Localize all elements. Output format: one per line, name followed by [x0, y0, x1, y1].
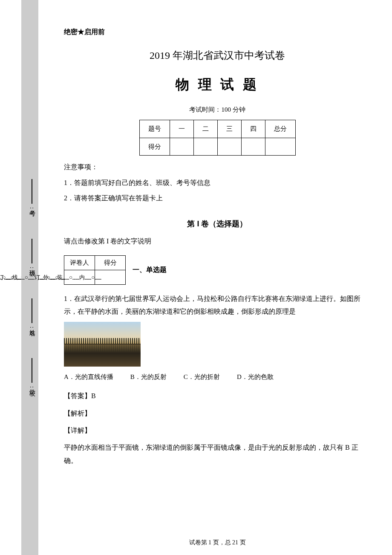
section-1-instruction: 请点击修改第 I 卷的文字说明	[64, 235, 371, 248]
page-content: 绝密★启用前 2019 年湖北省武汉市中考试卷 物 理 试 题 考试时间：100…	[64, 26, 371, 467]
score-header-score: 得分	[139, 138, 170, 156]
class-label: 班级:	[28, 265, 36, 269]
notice-2: 2．请将答案正确填写在答题卡上	[64, 192, 371, 205]
analysis-label: 【解析】	[64, 407, 371, 420]
inner-binding-margin: …… ○ …… 内 …… ○ …… 装 …… ○ …… 订 …… ○ …… 线 …	[43, 0, 55, 555]
answer-row: 【答案】B	[64, 390, 371, 402]
name-label: 姓名:	[28, 325, 36, 329]
subject-title: 物 理 试 题	[64, 72, 371, 98]
school-label: 学校:	[28, 384, 36, 389]
explanation-text: 平静的水面相当于平面镜，东湖绿道的倒影属于平面镜成像，是由于光的反射形成的，故只…	[64, 441, 371, 467]
notice-heading: 注意事项：	[64, 161, 371, 173]
page-footer: 试卷第 1 页，总 21 页	[64, 539, 371, 546]
score-table: 题号 一 二 三 四 总分 得分	[139, 120, 296, 156]
question-1-image	[64, 322, 141, 367]
question-1-options: A．光的直线传播 B．光的反射 C．光的折射 D．光的色散	[64, 371, 371, 383]
grader-table: 评卷人 得分	[64, 255, 126, 285]
option-c: C．光的折射	[184, 371, 220, 383]
score-header-num: 题号	[139, 120, 170, 138]
exam-time: 考试时间：100 分钟	[64, 104, 371, 116]
option-d: D．光的色散	[237, 371, 274, 383]
notice-1: 1．答题前填写好自己的姓名、班级、考号等信息	[64, 176, 371, 189]
exam-title: 2019 年湖北省武汉市中考试卷	[64, 46, 371, 66]
option-a: A．光的直线传播	[64, 371, 113, 383]
section-1-title: 第 I 卷（选择题）	[64, 217, 371, 231]
secret-label: 绝密★启用前	[64, 26, 371, 38]
detail-label: 【详解】	[64, 424, 371, 437]
question-1-text: 1．在武汉举行的第七届世界军人运动会上，马拉松和公路自行车比赛将在东湖绿道上进行…	[64, 292, 371, 318]
examno-label: 考号:	[28, 205, 36, 210]
answer-value: B	[91, 392, 96, 399]
option-b: B．光的反射	[130, 371, 167, 383]
section-subtitle: 一、单选题	[133, 263, 167, 276]
